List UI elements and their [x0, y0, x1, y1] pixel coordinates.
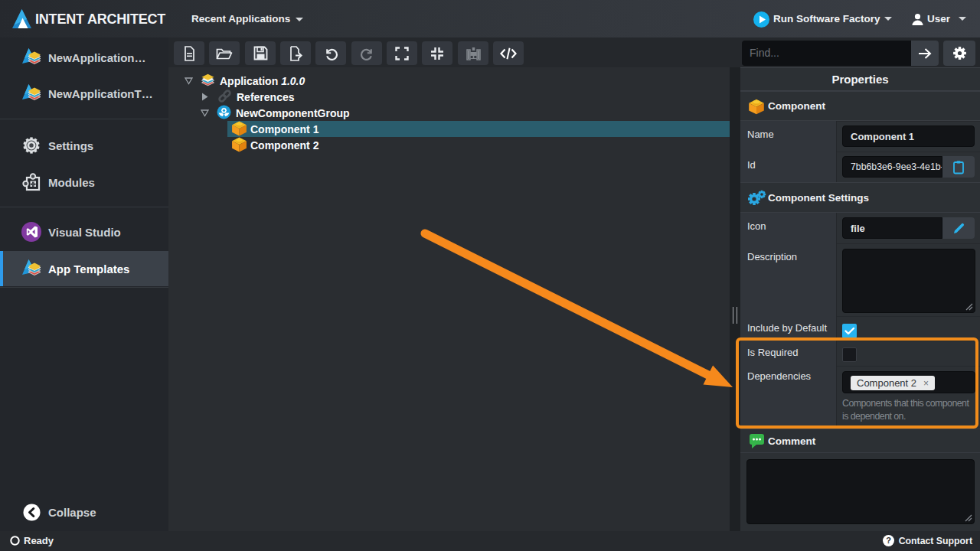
svg-text:?: ?	[886, 536, 891, 545]
